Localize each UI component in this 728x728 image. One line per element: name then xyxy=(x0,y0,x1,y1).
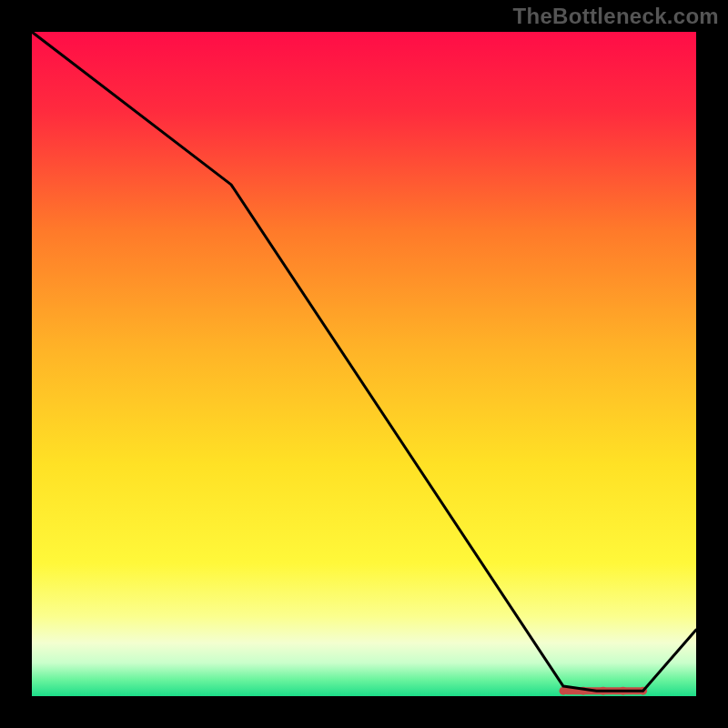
gradient-background xyxy=(32,32,696,696)
watermark-text: TheBottleneck.com xyxy=(513,4,719,29)
chart-svg xyxy=(32,32,696,696)
optimal-band-dot xyxy=(560,687,568,695)
chart-plot xyxy=(32,32,696,696)
chart-frame: TheBottleneck.com xyxy=(0,0,728,728)
